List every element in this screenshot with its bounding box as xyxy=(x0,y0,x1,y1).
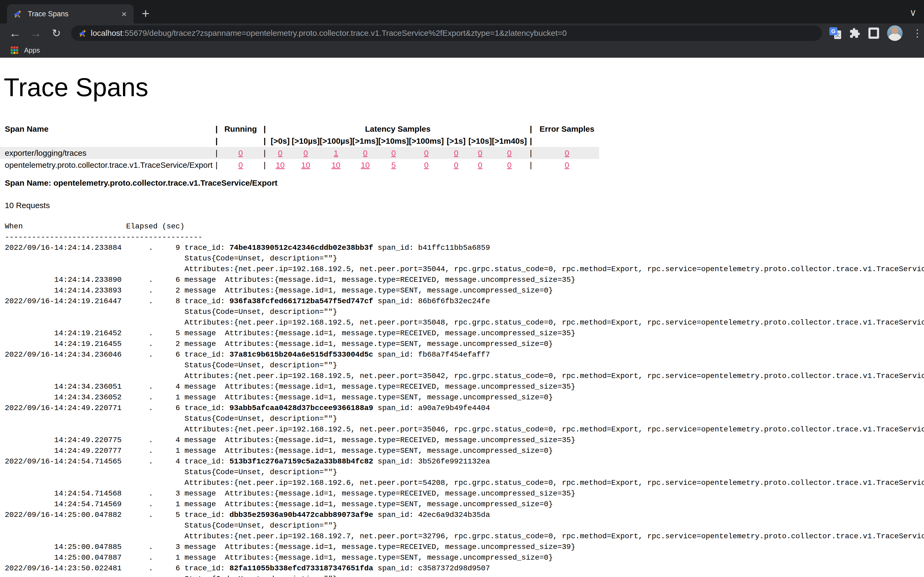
request-count: 10 Requests xyxy=(5,201,924,210)
log-separator: ----------------------------------------… xyxy=(5,232,924,243)
tracez-page: Trace Spans Span Name | Running | Latenc… xyxy=(0,58,924,577)
latency-bucket-link[interactable]: 0 xyxy=(391,148,396,157)
column-separator: | xyxy=(527,159,535,171)
log-status-line: Status{Code=Unset, description=""} xyxy=(5,467,924,478)
address-bar[interactable]: localhost:55679/debug/tracez?zspanname=o… xyxy=(71,25,822,41)
bookmarks-bar: Apps xyxy=(0,43,924,58)
log-status-line: Status{Code=Unset, description=""} xyxy=(5,307,924,318)
span-row: exporter/logging/traces | 0 | 0 0 1 0 0 … xyxy=(0,147,599,159)
log-request-line: 2022/09/16-14:24:34.236046 . 6 trace_id:… xyxy=(5,350,924,360)
column-separator: | xyxy=(213,123,221,135)
browser-toolbar: ← → ↻ localhost:55679/debug/tracez?zspan… xyxy=(0,24,924,43)
request-log-lines: When Elapsed (sec)----------------------… xyxy=(5,221,924,577)
column-separator: | xyxy=(527,123,535,135)
log-status-line: Status{Code=Unset, description=""} xyxy=(5,253,924,264)
summary-bucket-row: | | [>0s] [>10µs] [>100µs] [>1ms] [>10ms… xyxy=(0,135,599,147)
apps-bookmark[interactable]: Apps xyxy=(11,46,40,55)
log-event-line: 14:24:14.233893 . 2 message Attributes:{… xyxy=(5,285,924,296)
translate-icon[interactable]: 文 G xyxy=(829,27,841,39)
latency-bucket-link[interactable]: 0 xyxy=(507,161,512,169)
col-error-samples: Error Samples xyxy=(535,123,599,135)
running-count-link[interactable]: 0 xyxy=(239,148,243,157)
span-name-cell: exporter/logging/traces xyxy=(0,147,213,159)
log-request-line: 2022/09/16-14:24:14.233884 . 9 trace_id:… xyxy=(5,243,924,253)
latency-bucket-link[interactable]: 0 xyxy=(304,148,308,157)
span-row: opentelemetry.proto.collector.trace.v1.T… xyxy=(0,159,599,171)
log-request-line: 2022/09/16-14:24:19.216447 . 8 trace_id:… xyxy=(5,296,924,307)
bucket-label: [>1ms] xyxy=(352,135,378,147)
tab-close-icon[interactable]: × xyxy=(121,9,127,18)
profile-avatar[interactable] xyxy=(887,25,903,41)
bucket-label: [>10s] xyxy=(468,135,492,147)
span-summary-table: Span Name | Running | Latency Samples | … xyxy=(0,123,599,171)
col-running: Running xyxy=(221,123,261,135)
error-count-link[interactable]: 0 xyxy=(565,148,569,157)
latency-bucket-link[interactable]: 0 xyxy=(454,148,459,157)
log-event-line: 14:25:00.047887 . 1 message Attributes:{… xyxy=(5,553,924,563)
log-request-line: 2022/09/16-14:24:49.220771 . 6 trace_id:… xyxy=(5,403,924,414)
latency-bucket-link[interactable]: 0 xyxy=(363,148,368,157)
latency-bucket-link[interactable]: 10 xyxy=(276,161,284,169)
latency-bucket-link[interactable]: 0 xyxy=(507,148,512,157)
page-title: Trace Spans xyxy=(4,73,924,102)
summary-header-row: Span Name | Running | Latency Samples | … xyxy=(0,123,599,135)
column-separator: | xyxy=(527,147,535,159)
latency-bucket-link[interactable]: 0 xyxy=(478,161,483,169)
log-event-line: 14:24:34.236051 . 4 message Attributes:{… xyxy=(5,382,924,392)
reload-button[interactable]: ↻ xyxy=(52,28,61,39)
column-separator: | xyxy=(261,123,269,135)
url-path: :55679/debug/tracez?zspanname=openteleme… xyxy=(123,29,567,37)
log-status-line: Status{Code=Unset, description=""} xyxy=(5,574,924,577)
col-span-name: Span Name xyxy=(0,123,213,135)
site-telescope-icon xyxy=(78,29,87,37)
log-attributes-line: Attributes:{net.peer.ip=192.168.192.6, n… xyxy=(5,478,924,488)
running-count-link[interactable]: 0 xyxy=(239,161,243,169)
log-request-line: 2022/09/16-14:24:54.714565 . 4 trace_id:… xyxy=(5,456,924,467)
side-panel-icon[interactable] xyxy=(868,27,879,39)
log-event-line: 14:24:49.220775 . 4 message Attributes:{… xyxy=(5,435,924,446)
log-event-line: 14:24:34.236052 . 1 message Attributes:{… xyxy=(5,392,924,403)
log-event-line: 14:24:54.714569 . 1 message Attributes:{… xyxy=(5,499,924,510)
col-latency-samples: Latency Samples xyxy=(269,123,527,135)
column-separator: | xyxy=(261,147,269,159)
span-name-cell: opentelemetry.proto.collector.trace.v1.T… xyxy=(0,159,213,171)
latency-bucket-link[interactable]: 10 xyxy=(361,161,370,169)
error-count-link[interactable]: 0 xyxy=(565,161,569,169)
back-button[interactable]: ← xyxy=(9,27,21,39)
latency-bucket-link[interactable]: 0 xyxy=(424,148,428,157)
latency-bucket-link[interactable]: 0 xyxy=(424,161,428,169)
bucket-label: [>10ms] xyxy=(378,135,409,147)
new-tab-button[interactable]: + xyxy=(142,8,149,19)
bucket-label: [>100ms] xyxy=(409,135,444,147)
log-event-line: 14:24:49.220777 . 1 message Attributes:{… xyxy=(5,446,924,456)
latency-bucket-link[interactable]: 0 xyxy=(478,148,483,157)
log-attributes-line: Attributes:{net.peer.ip=192.168.192.5, n… xyxy=(5,264,924,275)
bucket-label: [>1m40s] xyxy=(492,135,527,147)
latency-bucket-link[interactable]: 0 xyxy=(278,148,283,157)
log-event-line: 14:24:54.714568 . 3 message Attributes:{… xyxy=(5,488,924,499)
log-status-line: Status{Code=Unset, description=""} xyxy=(5,360,924,371)
column-separator: | xyxy=(261,159,269,171)
tab-title: Trace Spans xyxy=(28,10,121,18)
log-event-line: 14:24:19.216455 . 2 message Attributes:{… xyxy=(5,339,924,350)
browser-tab[interactable]: Trace Spans × xyxy=(7,4,134,24)
latency-bucket-link[interactable]: 10 xyxy=(331,161,340,169)
bucket-label: [>100µs] xyxy=(320,135,352,147)
tab-strip: Trace Spans × + ∨ xyxy=(0,0,924,24)
latency-bucket-link[interactable]: 10 xyxy=(301,161,310,169)
latency-bucket-link[interactable]: 1 xyxy=(334,148,338,157)
log-request-line: 2022/09/16-14:23:50.022481 . 6 trace_id:… xyxy=(5,563,924,574)
tab-strip-chevron-icon[interactable]: ∨ xyxy=(909,7,916,18)
log-event-line: 14:24:19.216452 . 5 message Attributes:{… xyxy=(5,328,924,339)
log-event-line: 14:25:00.047885 . 3 message Attributes:{… xyxy=(5,542,924,553)
log-attributes-line: Attributes:{net.peer.ip=192.168.192.5, n… xyxy=(5,318,924,328)
latency-bucket-link[interactable]: 0 xyxy=(454,161,459,169)
url-host: localhost xyxy=(91,29,123,37)
bucket-label: [>1s] xyxy=(444,135,468,147)
column-separator: | xyxy=(213,135,221,147)
menu-kebab-icon[interactable]: ⋮ xyxy=(911,28,924,38)
extensions-puzzle-icon[interactable] xyxy=(849,27,860,39)
bucket-label: [>10µs] xyxy=(292,135,320,147)
forward-button[interactable]: → xyxy=(30,27,42,39)
latency-bucket-link[interactable]: 5 xyxy=(391,161,396,169)
